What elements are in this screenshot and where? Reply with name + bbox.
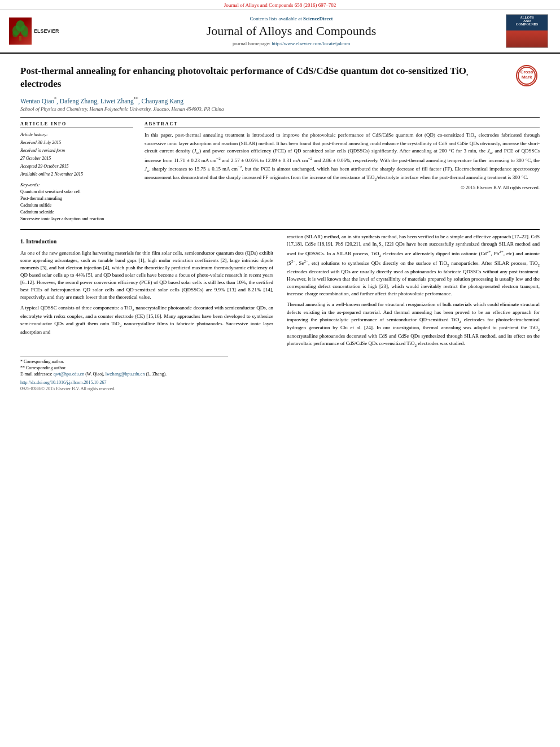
svg-point-4 (12, 30, 18, 37)
crossmark-icon: Cross Mark (516, 65, 537, 86)
svg-rect-3 (19, 36, 21, 41)
sciencedirect-link[interactable]: ScienceDirect (303, 16, 333, 21)
contents-line: Contents lists available at ScienceDirec… (77, 16, 506, 21)
homepage-line: journal homepage: http://www.elsevier.co… (77, 41, 506, 46)
received-date: Received 30 July 2015 (20, 139, 133, 146)
crossmark-badge: Cross Mark (516, 65, 540, 86)
email2-link[interactable]: lwzhang@hpu.edu.cn (106, 372, 145, 377)
abstract-column: ABSTRACT In this paper, post-thermal ann… (145, 121, 540, 222)
body-col-right: reaction (SILAR) method, an in situ synt… (287, 233, 540, 352)
body-col1-p2: A typical QDSSC consists of three compon… (20, 304, 273, 336)
available-online: Available online 2 November 2015 (20, 171, 133, 178)
body-col2-p1: reaction (SILAR) method, an in situ synt… (287, 233, 540, 298)
keyword-3: Cadmium sulfide (20, 202, 133, 209)
journal-masthead: ELSEVIER Contents lists available at Sci… (0, 10, 560, 54)
keyword-4: Cadmium selenide (20, 209, 133, 216)
authors-line: Wentao Qiao*, Dafeng Zhang, Liwei Zhang*… (20, 97, 540, 104)
footnote-1: * Corresponding author. (20, 359, 540, 364)
email-label: E-mail addresses: (20, 372, 53, 377)
article-container: Post-thermal annealing for enhancing pho… (0, 54, 560, 398)
affiliation: School of Physics and Chemistry, Henan P… (20, 106, 540, 112)
journal-logo-bottom (506, 30, 548, 47)
top-citation-bar: Journal of Alloys and Compounds 658 (201… (0, 0, 560, 10)
journal-logo-right: ALLOYSANDCOMPOUNDS (506, 14, 551, 48)
journal-logo-top: ALLOYSANDCOMPOUNDS (506, 15, 548, 30)
keywords-label: Keywords: (20, 182, 133, 187)
section1-heading: 1. Introduction (20, 238, 273, 246)
body-section: 1. Introduction As one of the new genera… (20, 233, 540, 352)
author-dafeng: Dafeng Zhang (60, 97, 97, 104)
elsevier-brand-text: ELSEVIER (34, 28, 59, 34)
abstract-text: In this paper, post-thermal annealing tr… (145, 132, 540, 182)
article-title: Post-thermal annealing for enhancing pho… (20, 65, 510, 91)
footnote-divider (20, 356, 228, 357)
homepage-url[interactable]: http://www.elsevier.com/locate/jalcom (272, 41, 350, 46)
accepted-date: Accepted 29 October 2015 (20, 163, 133, 170)
journal-title-area: Contents lists available at ScienceDirec… (77, 16, 506, 46)
received-revised-label: Received in revised form (20, 147, 133, 154)
author-chaoyang: Chaoyang Kang (142, 97, 183, 104)
journal-name: Journal of Alloys and Compounds (77, 24, 506, 38)
keyword-2: Post-thermal annealing (20, 195, 133, 202)
svg-text:Cross: Cross (520, 69, 533, 75)
author-liwei: Liwei Zhang (100, 97, 134, 104)
elsevier-logo-area: ELSEVIER (9, 18, 77, 45)
doi-line: http://dx.doi.org/10.1016/j.jallcom.2015… (20, 380, 540, 385)
keyword-5: Successive ionic layer adsorption and re… (20, 216, 133, 222)
body-col1-p1: As one of the new generation light harve… (20, 250, 273, 301)
svg-point-5 (23, 30, 28, 37)
footer-copyright: 0925-8388/© 2015 Elsevier B.V. All right… (20, 386, 540, 391)
body-divider (20, 229, 540, 230)
copyright-line: © 2015 Elsevier B.V. All rights reserved… (145, 185, 540, 190)
article-info-column: ARTICLE INFO Article history: Received 3… (20, 121, 133, 222)
history-label: Article history: (20, 132, 133, 138)
footnote-2: ** Corresponding author. (20, 365, 540, 370)
body-col2-p2: Thermal annealing is a well-known method… (287, 301, 540, 348)
email2-name: (L. Zhang). (146, 372, 167, 377)
revised-date: 27 October 2015 (20, 155, 133, 162)
keyword-1: Quantum dot sensitized solar cell (20, 189, 133, 195)
journal-citation: Journal of Alloys and Compounds 658 (201… (224, 2, 336, 8)
email1-link[interactable]: qwt@hpu.edu.cn (54, 372, 84, 377)
email-line: E-mail addresses: qwt@hpu.edu.cn (W. Qia… (20, 372, 540, 377)
svg-text:Mark: Mark (522, 75, 532, 80)
email1-name: (W. Qiao), (85, 372, 104, 377)
article-history: Article history: Received 30 July 2015 R… (20, 132, 133, 178)
doi-link[interactable]: http://dx.doi.org/10.1016/j.jallcom.2015… (20, 380, 107, 385)
info-abstract-section: ARTICLE INFO Article history: Received 3… (20, 121, 540, 222)
article-title-section: Post-thermal annealing for enhancing pho… (20, 65, 540, 91)
header-divider (20, 117, 540, 118)
keywords-list: Quantum dot sensitized solar cell Post-t… (20, 189, 133, 222)
article-info-heading: ARTICLE INFO (20, 121, 133, 128)
elsevier-tree-icon (9, 18, 32, 45)
body-col-left: 1. Introduction As one of the new genera… (20, 233, 273, 352)
abstract-heading: ABSTRACT (145, 121, 540, 128)
author-wentao: Wentao Qiao (20, 97, 54, 104)
